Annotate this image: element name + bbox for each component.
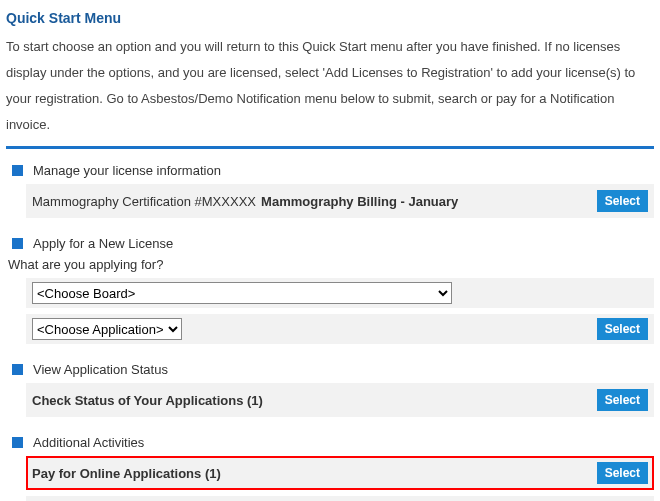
section-manage-header: Manage your license information [6, 163, 654, 178]
select-button[interactable]: Select [597, 389, 648, 411]
page-title: Quick Start Menu [6, 10, 654, 26]
square-icon [12, 364, 23, 375]
status-row: Check Status of Your Applications (1) Se… [26, 383, 654, 417]
section-status-title: View Application Status [33, 362, 168, 377]
section-additional-header: Additional Activities [6, 435, 654, 450]
square-icon [12, 238, 23, 249]
pay-online-label: Pay for Online Applications (1) [32, 466, 221, 481]
square-icon [12, 165, 23, 176]
billing-label: Mammography Billing - January [261, 194, 458, 209]
choose-application-select[interactable]: <Choose Application> [32, 318, 182, 340]
apply-prompt: What are you applying for? [8, 257, 654, 272]
section-manage-title: Manage your license information [33, 163, 221, 178]
add-licenses-row: Add Licenses To Registration Select [26, 496, 654, 501]
select-button[interactable]: Select [597, 190, 648, 212]
choose-board-row: <Choose Board> [26, 278, 654, 308]
section-apply-header: Apply for a New License [6, 236, 654, 251]
intro-text: To start choose an option and you will r… [6, 34, 654, 138]
square-icon [12, 437, 23, 448]
select-button[interactable]: Select [597, 462, 648, 484]
choose-board-select[interactable]: <Choose Board> [32, 282, 452, 304]
select-button[interactable]: Select [597, 318, 648, 340]
status-row-label: Check Status of Your Applications (1) [32, 393, 263, 408]
choose-application-row: <Choose Application> Select [26, 314, 654, 344]
license-id-label: Mammography Certification #MXXXXX [32, 194, 256, 209]
pay-online-row: Pay for Online Applications (1) Select [26, 456, 654, 490]
section-apply-title: Apply for a New License [33, 236, 173, 251]
section-status-header: View Application Status [6, 362, 654, 377]
manage-license-row: Mammography Certification #MXXXXX Mammog… [26, 184, 654, 218]
divider [6, 146, 654, 149]
section-additional-title: Additional Activities [33, 435, 144, 450]
